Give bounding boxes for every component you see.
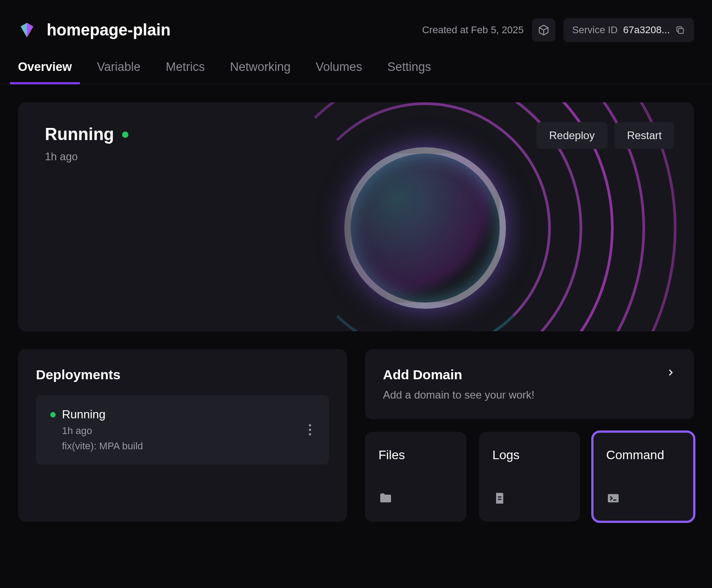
service-id-value: 67a3208... xyxy=(623,24,670,36)
tab-settings[interactable]: Settings xyxy=(387,60,431,84)
tabs: Overview Variable Metrics Networking Vol… xyxy=(0,51,712,84)
logo-icon xyxy=(18,21,36,39)
svg-rect-1 xyxy=(496,493,503,504)
tool-label: Logs xyxy=(492,448,567,462)
tab-volumes[interactable]: Volumes xyxy=(316,60,362,84)
folder-icon xyxy=(378,491,393,505)
service-id-label: Service ID xyxy=(572,24,618,36)
status-hero-card: Running 1h ago Redeploy Restart xyxy=(18,102,694,331)
tab-networking[interactable]: Networking xyxy=(230,60,290,84)
tool-label: Command xyxy=(606,448,681,462)
chevron-right-icon xyxy=(665,367,676,378)
command-button[interactable]: Command xyxy=(593,432,694,522)
tab-overview[interactable]: Overview xyxy=(18,60,72,84)
deployments-card: Deployments Running 1h ago fix(vite): MP… xyxy=(18,349,347,522)
deployment-time: 1h ago xyxy=(62,425,143,437)
header: homepage-plain Created at Feb 5, 2025 Se… xyxy=(0,0,712,51)
redeploy-button[interactable]: Redeploy xyxy=(536,122,607,149)
tab-metrics[interactable]: Metrics xyxy=(166,60,205,84)
deployment-message: fix(vite): MPA build xyxy=(62,440,143,452)
add-domain-card[interactable]: Add Domain Add a domain to see your work… xyxy=(365,349,694,419)
more-icon xyxy=(309,424,311,426)
file-icon xyxy=(492,491,507,505)
svg-rect-3 xyxy=(498,499,501,500)
status-dot-icon xyxy=(50,412,56,417)
svg-rect-4 xyxy=(608,494,619,503)
container-button[interactable] xyxy=(532,18,555,42)
tab-variable[interactable]: Variable xyxy=(97,60,141,84)
status-time: 1h ago xyxy=(45,150,128,163)
terminal-icon xyxy=(606,491,620,505)
logs-button[interactable]: Logs xyxy=(479,432,580,522)
status-dot-icon xyxy=(122,132,128,138)
deployment-status: Running xyxy=(62,408,105,421)
status-text: Running xyxy=(45,125,114,144)
deployments-title: Deployments xyxy=(36,367,329,382)
more-button[interactable] xyxy=(305,421,315,439)
service-id-button[interactable]: Service ID 67a3208... xyxy=(563,18,694,42)
created-at-label: Created at Feb 5, 2025 xyxy=(422,24,523,36)
svg-rect-0 xyxy=(678,28,683,33)
copy-icon xyxy=(675,25,685,35)
domain-title: Add Domain xyxy=(383,367,535,382)
files-button[interactable]: Files xyxy=(365,432,466,522)
tool-label: Files xyxy=(378,448,453,462)
domain-description: Add a domain to see your work! xyxy=(383,389,535,401)
cube-icon xyxy=(538,24,549,36)
deployment-item[interactable]: Running 1h ago fix(vite): MPA build xyxy=(36,395,329,465)
restart-button[interactable]: Restart xyxy=(615,122,674,149)
svg-rect-2 xyxy=(498,496,501,497)
page-title: homepage-plain xyxy=(47,21,171,39)
